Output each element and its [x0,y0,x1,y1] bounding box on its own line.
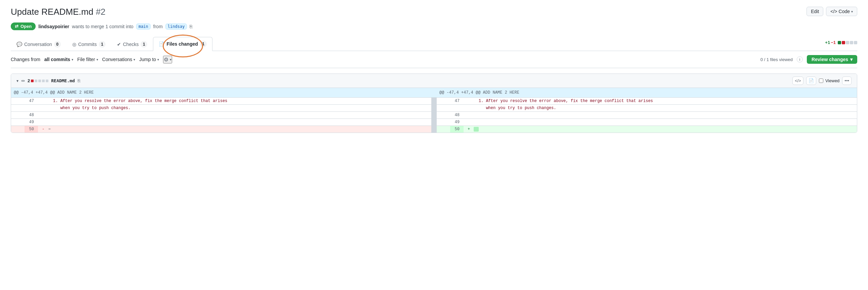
right-expand-49 [437,119,450,126]
tabs-bar: 💬 Conversation 0 ◎ Commits 1 ✔ Checks 1 … [11,37,857,51]
source-branch[interactable]: lindsay [165,24,187,30]
hunk-header-left: @@ -47,4 +47,4 @@ ADD NAME 2 HERE [11,88,431,98]
diff-container: ▾ ⇔ 2 README.md ⎘ </> 📄 Viewed [11,73,857,133]
chevron-down-icon: ▾ [851,10,853,13]
more-options-button[interactable]: ••• [842,76,851,85]
right-line-47: 47 [450,98,464,105]
code-button[interactable]: </> Code ▾ [826,7,857,16]
left-expand-cont [11,105,25,112]
review-changes-button[interactable]: Review changes ▾ [807,55,857,64]
jump-to-dropdown[interactable]: Jump to ▾ [139,56,159,64]
view-code-button[interactable]: </> [793,76,803,85]
right-code-50: + [464,126,857,133]
file-block-3 [38,79,41,82]
diff-deletions: −1 [831,40,836,45]
code-label: Code [839,9,850,14]
right-expand-48 [437,112,450,119]
diff-block-1 [838,41,841,44]
diff-additions: +1 [825,40,830,45]
tab-checks-label: Checks [123,42,139,47]
right-expand-cont [437,105,450,112]
right-code-48 [464,112,857,119]
left-line-cont [25,105,38,112]
view-file-button[interactable]: 📄 [806,76,816,85]
diff-stat: +1 −1 [825,40,836,45]
file-name[interactable]: README.md [51,78,74,83]
file-diff-stat: 2 [28,78,49,83]
left-line-50: 50 [25,126,38,133]
left-code-50: - − [38,126,431,133]
left-expand-50 [11,126,25,133]
code-icon: </> [830,9,837,14]
git-merge-icon: ⇄ [15,24,19,29]
left-line-47: 47 [25,98,38,105]
changes-from-label: Changes from [11,57,40,62]
chevron-down-icon: ▾ [72,58,73,62]
split-divider [431,105,437,112]
expand-diff-icon[interactable]: ⇔ [21,78,25,83]
tab-checks-count: 1 [141,41,147,48]
pr-description: wants to merge 1 commit into [72,24,133,29]
page-title: Update README.md #2 [11,7,105,17]
all-commits-label: all commits [44,57,70,62]
file-block-4 [42,79,45,82]
tab-commits[interactable]: ◎ Commits 1 [67,37,111,51]
diff-block-3 [846,41,849,44]
tab-files-changed[interactable]: 📄 Files changed 1 [153,37,212,51]
code-view-icon: </> [795,78,801,83]
file-filter-label: File filter [77,57,95,62]
left-line-48: 48 [25,112,38,119]
table-row: 50 - − 50 + [11,126,857,133]
files-viewed-count: 0 / 1 files viewed [761,57,793,62]
conversations-dropdown[interactable]: Conversations ▾ [102,56,135,64]
info-icon[interactable]: i [797,57,803,63]
file-stat-num: 2 [28,78,30,83]
left-code-49 [38,119,431,126]
diff-table: @@ -47,4 +47,4 @@ ADD NAME 2 HERE @@ -47… [11,88,857,133]
commit-icon: ◎ [72,42,76,47]
file-filter-dropdown[interactable]: File filter ▾ [77,56,98,64]
tab-commits-count: 1 [99,41,105,48]
copy-branch-icon[interactable]: ⎘ [190,24,192,29]
diff-block-4 [850,41,853,44]
diff-block-2 [842,41,845,44]
tab-conversation-count: 0 [54,41,61,48]
gear-icon: ⚙ [164,57,168,63]
changes-from-dropdown[interactable]: Changes from all commits ▾ [11,56,73,64]
file-icon: 📄 [808,78,814,83]
right-line-49: 49 [450,119,464,126]
conversations-label: Conversations [102,57,132,62]
pr-author[interactable]: lindsaypoirier [38,24,69,29]
edit-button[interactable]: Edit [806,7,823,16]
left-expand-48 [11,112,25,119]
tab-checks[interactable]: ✔ Checks 1 [111,37,153,51]
target-branch[interactable]: main [136,24,151,30]
diff-file-header: ▾ ⇔ 2 README.md ⎘ </> 📄 Viewed [11,74,857,88]
right-line-50: 50 [450,126,464,133]
jump-to-label: Jump to [139,57,156,62]
settings-dropdown[interactable]: ⚙ ▾ [163,56,172,64]
header-actions: Edit </> Code ▾ [806,7,857,16]
copy-file-path-icon[interactable]: ⎘ [78,78,80,83]
right-expand-50 [437,126,450,133]
status-badge: ⇄ Open [11,23,36,30]
viewed-label: Viewed [825,78,839,83]
file-diff-icon: 📄 [159,41,164,47]
viewed-checkbox-label[interactable]: Viewed [819,78,839,83]
check-icon: ✔ [117,42,121,47]
comment-icon: 💬 [17,42,22,47]
diff-blocks [838,41,857,44]
tab-conversation[interactable]: 💬 Conversation 0 [11,37,67,51]
pr-header: Update README.md #2 Edit </> Code ▾ [11,7,857,17]
tab-files-changed-label: Files changed [166,41,198,47]
right-line-cont [450,105,464,112]
toolbar-left: Changes from all commits ▾ File filter ▾… [11,56,756,64]
inline-add-highlight [474,127,478,132]
collapse-icon[interactable]: ▾ [17,78,19,83]
tab-conversation-label: Conversation [24,42,52,47]
left-code-47: 1. After you resolve the error above, fi… [38,98,431,105]
viewed-checkbox[interactable] [819,78,823,83]
diff-block-5 [854,41,857,44]
left-code-48 [38,112,431,119]
tab-commits-label: Commits [78,42,97,47]
